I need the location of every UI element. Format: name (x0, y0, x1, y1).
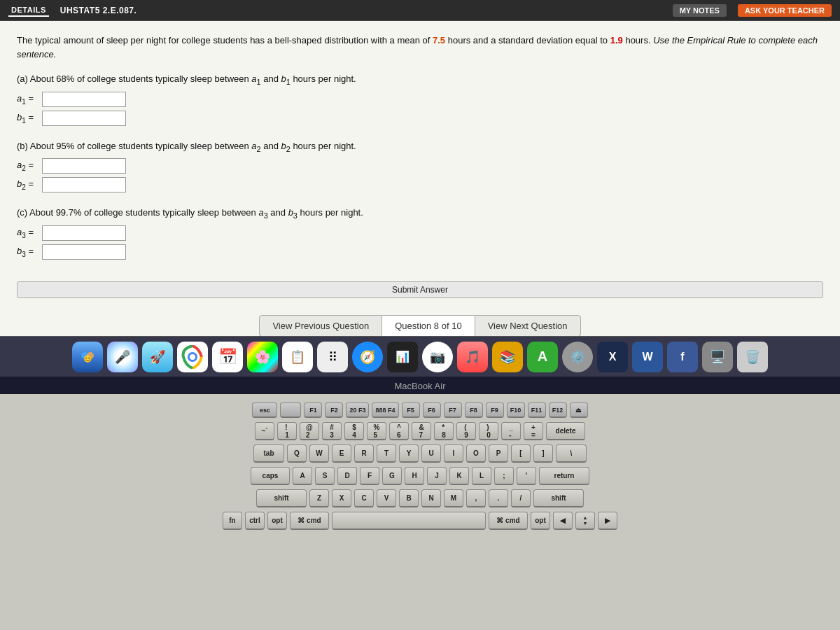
dock-finder[interactable]: 😊 (72, 342, 103, 372)
key-minus[interactable]: _- (501, 422, 521, 440)
dock-siri[interactable]: 🎤 (107, 342, 138, 372)
key-9[interactable]: (9 (456, 422, 476, 440)
input-a3[interactable] (42, 225, 126, 241)
key-4[interactable]: $4 (344, 422, 364, 440)
key-f1[interactable] (280, 402, 301, 418)
key-c[interactable]: C (354, 489, 374, 507)
key-7[interactable]: &7 (412, 422, 431, 440)
key-right[interactable]: ▶ (598, 512, 617, 530)
key-f6[interactable]: F6 (423, 402, 441, 418)
key-cmd-right[interactable]: ⌘ cmd (489, 512, 528, 530)
key-backslash[interactable]: \ (556, 444, 587, 463)
key-l[interactable]: L (472, 467, 491, 485)
key-semicolon[interactable]: ; (494, 467, 514, 485)
input-a1[interactable] (42, 92, 126, 107)
key-f8[interactable]: F8 (465, 402, 483, 418)
key-x[interactable]: X (332, 489, 351, 507)
input-b2[interactable] (42, 177, 126, 192)
key-u[interactable]: U (421, 444, 441, 463)
key-8[interactable]: *8 (434, 422, 454, 440)
key-v[interactable]: V (377, 489, 396, 507)
dock-photos[interactable]: 🌸 (247, 342, 278, 372)
key-cmd-left[interactable]: ⌘ cmd (290, 512, 329, 530)
key-w[interactable]: W (309, 444, 329, 463)
key-n[interactable]: N (421, 489, 441, 507)
key-period[interactable]: . (489, 489, 508, 507)
dock-word[interactable]: W (632, 342, 663, 372)
key-a[interactable]: A (293, 467, 312, 485)
key-slash[interactable]: / (511, 489, 531, 507)
dock-facebook[interactable]: f (667, 342, 698, 372)
dock-stats[interactable]: 📊 (387, 342, 418, 372)
key-f9[interactable]: F9 (486, 402, 504, 418)
key-f7[interactable]: F7 (444, 402, 462, 418)
dock-safari[interactable]: 🧭 (352, 342, 383, 372)
key-t[interactable]: T (377, 444, 396, 463)
key-d[interactable]: D (337, 467, 357, 485)
dock-launchpad[interactable]: 🚀 (142, 342, 173, 372)
dock-dots[interactable]: ⠿ (317, 342, 348, 372)
key-e[interactable]: E (332, 444, 351, 463)
key-opt-left[interactable]: opt (267, 512, 287, 530)
key-5[interactable]: %5 (367, 422, 386, 440)
input-a2[interactable] (42, 158, 126, 174)
key-f5[interactable]: F5 (402, 402, 420, 418)
key-equals[interactable]: += (524, 422, 543, 440)
key-shift-left[interactable]: shift (256, 489, 307, 507)
key-updown[interactable]: ▲ ▼ (575, 512, 595, 530)
key-o[interactable]: O (466, 444, 486, 463)
key-k[interactable]: K (449, 467, 469, 485)
key-return[interactable]: return (539, 467, 589, 485)
dock-settings[interactable]: ⚙️ (562, 342, 593, 372)
key-f4[interactable]: 888 F4 (372, 402, 398, 418)
key-f1-lbl[interactable]: F1 (304, 402, 322, 418)
prev-question-button[interactable]: View Previous Question (259, 315, 382, 336)
key-1[interactable]: !1 (277, 422, 297, 440)
dock-books[interactable]: 📚 (492, 342, 523, 372)
key-quote[interactable]: ' (517, 467, 536, 485)
key-fn[interactable]: fn (223, 512, 242, 530)
key-rbracket[interactable]: ] (533, 444, 553, 463)
dock-trash[interactable]: 🗑️ (737, 342, 768, 372)
dock-camera[interactable]: 📷 (422, 342, 453, 372)
key-m[interactable]: M (444, 489, 463, 507)
key-h[interactable]: H (405, 467, 424, 485)
key-ctrl[interactable]: ctrl (245, 512, 265, 530)
key-f[interactable]: F (360, 467, 379, 485)
key-r[interactable]: R (354, 444, 374, 463)
key-z[interactable]: Z (309, 489, 329, 507)
key-f12[interactable]: F12 (549, 402, 567, 418)
key-opt-right[interactable]: opt (531, 512, 550, 530)
dock-calendar[interactable]: 📅 (212, 342, 243, 372)
dock-reminders[interactable]: 📋 (282, 342, 313, 372)
dock-xcode[interactable]: X (597, 342, 628, 372)
key-f11[interactable]: F11 (528, 402, 546, 418)
key-eject[interactable]: ⏏ (570, 402, 588, 418)
ask-teacher-button[interactable]: ASK YOUR TEACHER (738, 4, 832, 17)
key-j[interactable]: J (427, 467, 447, 485)
key-esc[interactable]: esc (252, 402, 277, 418)
key-p[interactable]: P (489, 444, 508, 463)
key-space[interactable] (332, 512, 486, 530)
dock-music[interactable]: 🎵 (457, 342, 488, 372)
key-i[interactable]: I (444, 444, 463, 463)
key-f2[interactable]: F2 (325, 402, 343, 418)
input-b1[interactable] (42, 111, 126, 126)
key-tab[interactable]: tab (253, 444, 284, 463)
details-tab[interactable]: DETAILS (8, 4, 49, 17)
dock-font[interactable]: A (527, 342, 558, 372)
key-2[interactable]: @2 (300, 422, 319, 440)
key-backtick[interactable]: ~` (255, 422, 274, 440)
submit-answer-button[interactable]: Submit Answer (17, 281, 823, 298)
key-y[interactable]: Y (399, 444, 419, 463)
key-b[interactable]: B (399, 489, 419, 507)
next-question-button[interactable]: View Next Question (475, 315, 581, 336)
key-delete[interactable]: delete (546, 422, 585, 440)
key-s[interactable]: S (315, 467, 335, 485)
key-0[interactable]: )0 (479, 422, 498, 440)
key-6[interactable]: ^6 (389, 422, 409, 440)
dock-app2[interactable]: 🖥️ (702, 342, 733, 372)
key-f3[interactable]: 20 F3 (346, 402, 369, 418)
input-b3[interactable] (42, 244, 126, 260)
key-comma[interactable]: , (466, 489, 486, 507)
